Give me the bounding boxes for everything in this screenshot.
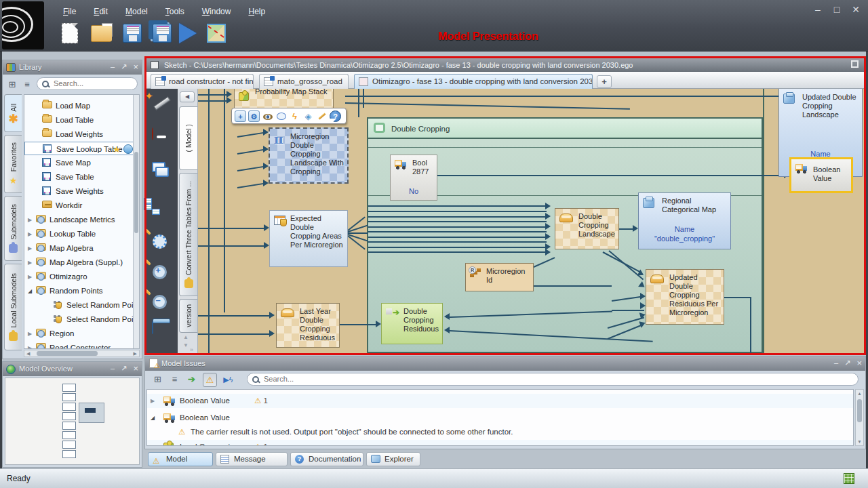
library-item-save-lookup-table[interactable]: Save Lookup Table [24,142,139,155]
comment-icon[interactable] [275,110,287,122]
close-icon[interactable] [133,60,138,75]
zoom-fit-button[interactable] [152,234,172,256]
library-item-landscape-metrics[interactable]: Landscape Metrics [24,213,139,227]
float-icon[interactable] [121,362,127,376]
overview-thumbnail[interactable] [5,378,140,465]
model-canvas[interactable]: Double Cropping [198,89,864,353]
list-view-button[interactable]: ≡ [167,373,182,387]
tab-local-submodels[interactable]: Local Submodels [4,264,22,350]
expander-icon[interactable] [28,213,32,227]
auto-layout-button[interactable] [152,204,172,226]
info-badge-icon[interactable] [123,144,133,154]
library-item-load-weights[interactable]: Load Weights [24,127,139,142]
float-icon[interactable] [121,60,127,75]
library-item-save-table[interactable]: Save Table [24,170,139,184]
minimize-icon[interactable] [111,60,115,75]
issues-search-input[interactable] [262,374,854,384]
scroll-down-icon[interactable]: ▼ [183,342,189,348]
functor-double-cropping-landscape[interactable]: Double Cropping Landscape [555,208,619,249]
run-model-button[interactable] [175,20,201,46]
more-tabs-icon[interactable]: » [190,346,193,353]
tab-submodels[interactable]: Submodels [4,196,22,261]
lightning-icon[interactable]: ϟ [289,110,300,122]
tab-model[interactable]: ( Model ) [179,106,197,170]
tab-favorites[interactable]: Favorites [4,135,22,193]
library-item-road-constructor[interactable]: Road Constructor [24,341,139,349]
issue-row-land-conversion[interactable]: Land Conversion 1 [147,440,853,446]
library-item-otimizagro[interactable]: Otimizagro [24,270,139,284]
library-item-load-map[interactable]: Load Map [24,99,139,113]
expander-icon[interactable] [151,394,155,408]
menu-tools[interactable]: Tools [158,5,192,18]
expander-icon[interactable] [28,227,32,241]
functor-boolean-value[interactable]: Boolean Value [789,157,853,193]
expander-icon[interactable] [28,341,32,349]
map-viewer-button[interactable] [203,20,229,46]
expander-icon[interactable] [28,284,32,298]
menu-help[interactable]: Help [241,5,273,18]
expander-icon[interactable] [151,411,155,425]
eye-icon[interactable] [262,110,273,122]
tab-all[interactable]: All ✱ [4,94,22,132]
tree-view-button[interactable]: ⊞ [151,373,165,387]
float-icon[interactable] [844,357,850,371]
expander-icon[interactable] [28,256,32,270]
library-item-save-map[interactable]: Save Map [24,156,139,170]
scroll-up-icon[interactable]: ▲ [183,334,189,340]
tab-convert-three-tables[interactable]: Convert Three Tables From ... [179,173,197,296]
library-item-map-algebra-suppl[interactable]: Map Algebra (Suppl.) [24,256,139,270]
favorite-star-icon[interactable] [113,142,121,157]
container-tool-button[interactable] [152,322,172,344]
bottom-tab-explorer[interactable]: Explorer [366,452,420,466]
library-item-workdir[interactable]: Workdir [24,199,139,213]
tab-road-constructor[interactable]: road constructor - not final [151,74,254,89]
library-item-select-random-points[interactable]: Select Random Points [24,312,139,327]
save-all-button[interactable] [149,20,175,46]
minimize-icon[interactable]: – [812,4,823,15]
vertical-scrollbar[interactable] [133,95,139,348]
list-view-button[interactable]: ≡ [20,77,34,91]
library-item-select-random-point[interactable]: Select Random Point [24,298,139,312]
maximize-icon[interactable] [851,60,859,68]
library-item-region[interactable]: Region [24,327,139,341]
new-model-button[interactable] [57,20,83,46]
open-model-button[interactable] [88,20,114,46]
maximize-icon[interactable]: □ [831,4,842,15]
zoom-out-button[interactable]: – [152,294,172,316]
zoom-in-button[interactable]: + [152,264,172,286]
library-search-input[interactable] [52,79,133,88]
wand-tool-button[interactable] [152,94,172,116]
functor-regional-categorical-map[interactable]: Regional Categorical Map Name "double_cr… [638,192,731,249]
goto-button[interactable]: ➔ [184,373,199,387]
warnings-filter-button[interactable] [203,373,217,387]
functor-microregion-double-cropping-landscape[interactable]: π Microregion Double Cropping Landscape … [269,127,349,184]
issue-row-boolean-value-1[interactable]: Boolean Value 1 [147,394,853,408]
menu-edit[interactable]: Edit [86,5,115,18]
issue-message-row[interactable]: The carrier result is not used. Output p… [147,425,853,439]
bottom-tab-message-log[interactable]: Message Log [216,452,288,466]
functor-bool-2877[interactable]: Bool 2877 No [390,155,437,201]
library-item-random-points[interactable]: Random Points [24,284,139,298]
save-model-button[interactable] [119,20,145,46]
minimize-icon[interactable] [834,357,838,371]
new-tab-button[interactable]: + [597,75,612,88]
library-item-load-table[interactable]: Load Table [24,113,139,127]
issues-scrollbar[interactable]: ▲▼ [855,389,864,446]
expander-icon[interactable] [28,270,32,284]
tab-otimizagro-fase-13[interactable]: Otimizagro - fase 13 - double cropping w… [354,74,593,89]
expander-icon[interactable] [28,241,32,256]
functor-expected-double-cropping-areas[interactable]: Expected Double Cropping Areas Per Micro… [269,210,348,267]
cube-icon[interactable]: ◈ [302,110,314,122]
close-icon[interactable] [856,357,862,371]
close-icon[interactable] [133,362,138,376]
gear-icon[interactable]: ⚙ [248,110,260,122]
functor-last-year-double-cropping-residuous[interactable]: Last Year Double Cropping Residuous [276,303,340,348]
menu-window[interactable]: Window [195,5,239,18]
collapse-strip-button[interactable]: ◀ [180,92,195,102]
run-check-button[interactable]: ▶ϟ [221,373,235,387]
bottom-tab-model-issues[interactable]: Model Issues [148,452,213,466]
minimize-icon[interactable] [111,362,115,376]
menu-file[interactable]: File [56,5,83,18]
tab-version[interactable]: version [179,299,197,333]
functor-double-cropping-residuous[interactable]: Double Cropping Residuous [381,303,443,344]
